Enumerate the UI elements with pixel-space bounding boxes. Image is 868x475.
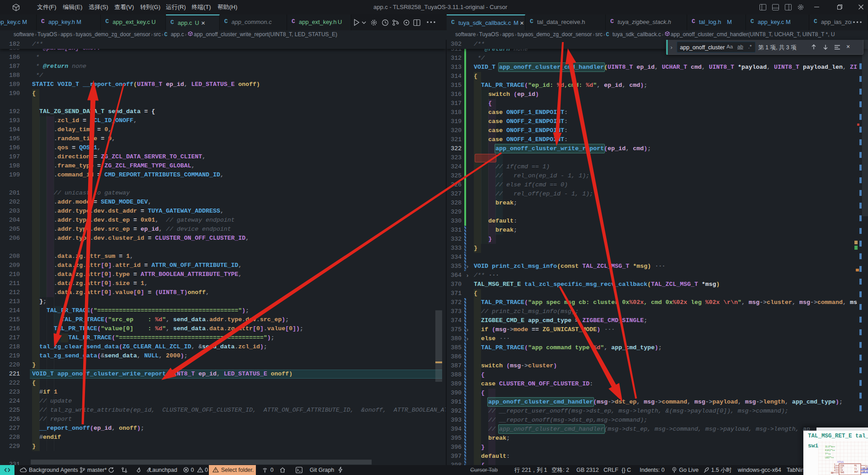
svg-text:T**++: T**++ bbox=[825, 452, 831, 455]
svg-text:18 RST: 18 RST bbox=[863, 470, 868, 473]
svg-text:31.0**a++: 31.0**a++ bbox=[825, 445, 835, 448]
svg-text:M1: M1 bbox=[854, 465, 857, 467]
svg-text:SWS: SWS bbox=[840, 471, 844, 474]
svg-text:RST: RST bbox=[854, 471, 858, 473]
svg-text:B2: B2 bbox=[831, 472, 834, 474]
svg-text:K1K1**++: K1K1**++ bbox=[825, 449, 835, 451]
svg-text:18 SW1: 18 SW1 bbox=[863, 467, 868, 470]
svg-text:XTU1: XTU1 bbox=[837, 461, 844, 464]
svg-text:C1: C1 bbox=[854, 468, 857, 470]
svg-text:LED**++: LED**++ bbox=[825, 456, 834, 459]
svg-text:4: 4 bbox=[834, 470, 835, 472]
